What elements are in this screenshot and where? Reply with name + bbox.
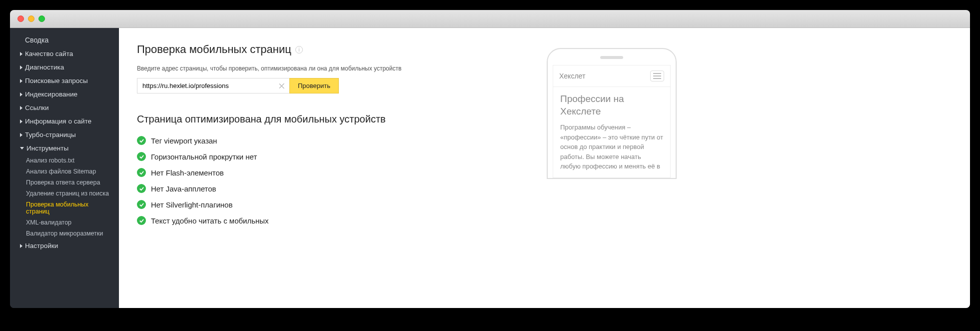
chevron-right-icon	[20, 66, 22, 70]
sidebar-item-label: Турбо-страницы	[25, 131, 76, 138]
result-title: Страница оптимизирована для мобильных ус…	[137, 114, 527, 125]
sidebar-item-label: Поисковые запросы	[25, 77, 88, 84]
check-ok-icon	[137, 152, 146, 161]
page-title: Проверка мобильных страниц i	[137, 43, 527, 56]
sidebar-sub-label: Анализ robots.txt	[26, 157, 74, 164]
check-label: Нет Java-апплетов	[151, 184, 216, 193]
check-label: Нет Silverlight-плагинов	[151, 200, 232, 209]
sidebar-sub-label: Проверка ответа сервера	[26, 179, 100, 186]
sidebar-sub-label: Анализ файлов Sitemap	[26, 168, 96, 175]
sidebar-item-quality[interactable]: Качество сайта	[10, 47, 115, 60]
input-hint: Введите адрес страницы, чтобы проверить,…	[137, 65, 527, 72]
sidebar-item-site-info[interactable]: Информация о сайте	[10, 114, 115, 128]
sidebar-item-label: Информация о сайте	[25, 118, 91, 125]
sidebar-sub-label: Проверка мобильных страниц	[26, 201, 88, 215]
mobile-preview: Хекслет Профессии на Хекслете Программы …	[547, 48, 677, 179]
chevron-right-icon	[20, 120, 22, 124]
sidebar-item-summary[interactable]: Сводка	[10, 33, 115, 47]
sidebar-sub-mobile-check[interactable]: Проверка мобильных страниц	[10, 199, 115, 217]
close-window-button[interactable]	[17, 16, 24, 22]
preview-navbar: Хекслет	[553, 66, 670, 87]
check-ok-icon	[137, 184, 146, 193]
sidebar-sub-robots[interactable]: Анализ robots.txt	[10, 155, 115, 166]
sidebar-item-diagnostics[interactable]: Диагностика	[10, 60, 115, 74]
check-label: Тег viewport указан	[151, 136, 217, 145]
check-ok-icon	[137, 216, 146, 225]
minimize-window-button[interactable]	[28, 16, 34, 22]
info-icon[interactable]: i	[295, 46, 303, 54]
sidebar-sub-xml-validator[interactable]: XML-валидатор	[10, 217, 115, 228]
check-item: Горизонтальной прокрутки нет	[137, 152, 527, 161]
app-window: Сводка Качество сайта Диагностика Поиско…	[10, 10, 970, 308]
sidebar-sub-microdata[interactable]: Валидатор микроразметки	[10, 228, 115, 239]
check-ok-icon	[137, 168, 146, 177]
preview-brand: Хекслет	[559, 72, 585, 80]
sidebar-item-label: Настройки	[25, 242, 58, 250]
preview-paragraph: Программы обучения – «профессии» – это ч…	[560, 122, 663, 172]
sidebar-item-label: Диагностика	[25, 64, 64, 71]
check-item: Нет Java-апплетов	[137, 184, 527, 193]
hamburger-icon	[650, 70, 664, 82]
sidebar-sub-label: Валидатор микроразметки	[26, 230, 103, 237]
sidebar-item-tools[interactable]: Инструменты	[10, 142, 115, 155]
sidebar-item-label: Качество сайта	[25, 50, 73, 58]
sidebar-item-label: Инструменты	[26, 144, 68, 152]
check-ok-icon	[137, 200, 146, 209]
content-wrap: Проверка мобильных страниц i Введите адр…	[115, 28, 970, 308]
check-button[interactable]: Проверить	[289, 78, 339, 94]
check-ok-icon	[137, 136, 146, 145]
sidebar-sub-sitemap[interactable]: Анализ файлов Sitemap	[10, 166, 115, 177]
sidebar-sub-label: XML-валидатор	[26, 219, 71, 226]
sidebar-item-turbo[interactable]: Турбо-страницы	[10, 128, 115, 142]
app-body: Сводка Качество сайта Диагностика Поиско…	[10, 28, 970, 308]
sidebar-sub-response[interactable]: Проверка ответа сервера	[10, 177, 115, 188]
check-label: Текст удобно читать с мобильных	[151, 216, 269, 225]
sidebar-item-label: Ссылки	[25, 104, 49, 112]
chevron-right-icon	[20, 79, 22, 83]
main-column: Проверка мобильных страниц i Введите адр…	[137, 43, 527, 293]
window-titlebar	[10, 10, 970, 28]
content: Проверка мобильных страниц i Введите адр…	[119, 28, 970, 308]
chevron-right-icon	[20, 106, 22, 110]
sidebar-sub-remove-pages[interactable]: Удаление страниц из поиска	[10, 188, 115, 199]
preview-heading: Профессии на Хекслете	[560, 93, 663, 118]
preview-body: Профессии на Хекслете Программы обучения…	[553, 87, 670, 178]
chevron-right-icon	[20, 52, 22, 56]
check-item: Нет Flash-элементов	[137, 168, 527, 177]
check-label: Горизонтальной прокрутки нет	[151, 152, 257, 161]
url-input-row: Проверить	[137, 78, 527, 94]
check-label: Нет Flash-элементов	[151, 168, 224, 177]
check-item: Текст удобно читать с мобильных	[137, 216, 527, 225]
sidebar-item-search-queries[interactable]: Поисковые запросы	[10, 74, 115, 88]
chevron-right-icon	[20, 244, 22, 248]
sidebar-item-label: Сводка	[25, 36, 48, 44]
sidebar-item-label: Индексирование	[25, 90, 77, 98]
check-item: Нет Silverlight-плагинов	[137, 200, 527, 209]
url-input[interactable]	[137, 78, 289, 94]
chevron-right-icon	[20, 133, 22, 137]
sidebar-item-indexing[interactable]: Индексирование	[10, 88, 115, 101]
maximize-window-button[interactable]	[38, 16, 45, 22]
phone-speaker-icon	[600, 56, 623, 59]
sidebar: Сводка Качество сайта Диагностика Поиско…	[10, 28, 115, 308]
sidebar-item-links[interactable]: Ссылки	[10, 101, 115, 114]
chevron-right-icon	[20, 92, 22, 96]
sidebar-sub-label: Удаление страниц из поиска	[26, 190, 109, 197]
sidebar-item-settings[interactable]: Настройки	[10, 239, 115, 252]
chevron-down-icon	[20, 147, 24, 150]
phone-screen: Хекслет Профессии на Хекслете Программы …	[553, 65, 671, 178]
check-item: Тег viewport указан	[137, 136, 527, 145]
